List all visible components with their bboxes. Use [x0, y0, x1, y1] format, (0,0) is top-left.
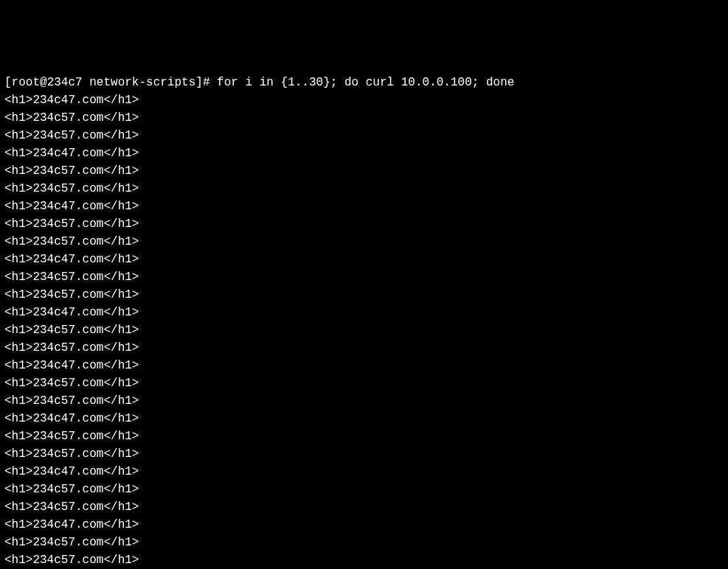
output-line: <h1>234c57.com</h1> [4, 498, 724, 516]
output-line: <h1>234c57.com</h1> [4, 162, 724, 180]
command-prompt-line: [root@234c7 network-scripts]# for i in {… [4, 74, 724, 91]
output-line: <h1>234c57.com</h1> [4, 286, 724, 304]
output-line: <h1>234c57.com</h1> [4, 321, 724, 339]
output-line: <h1>234c57.com</h1> [4, 427, 724, 445]
output-line: <h1>234c57.com</h1> [4, 392, 724, 410]
prompt-cwd: network-scripts [89, 76, 195, 89]
output-line: <h1>234c47.com</h1> [4, 144, 724, 162]
prompt-space [83, 76, 90, 89]
terminal-window[interactable]: [root@234c7 network-scripts]# for i in {… [4, 74, 724, 569]
output-line: <h1>234c57.com</h1> [4, 534, 724, 551]
output-line: <h1>234c57.com</h1> [4, 127, 724, 144]
output-line: <h1>234c57.com</h1> [4, 180, 724, 198]
prompt-space2 [210, 76, 218, 89]
output-line: <h1>234c47.com</h1> [4, 463, 724, 481]
output-line: <h1>234c57.com</h1> [4, 109, 724, 127]
output-line: <h1>234c57.com</h1> [4, 551, 724, 569]
output-line: <h1>234c57.com</h1> [4, 233, 724, 251]
output-line: <h1>234c57.com</h1> [4, 445, 724, 463]
output-line: <h1>234c47.com</h1> [4, 357, 724, 374]
output-line: <h1>234c47.com</h1> [4, 304, 724, 321]
command-text: for i in {1..30}; do curl 10.0.0.100; do… [217, 76, 514, 89]
output-line: <h1>234c47.com</h1> [4, 410, 724, 427]
output-line: <h1>234c57.com</h1> [4, 268, 724, 286]
prompt-symbol: # [203, 76, 210, 89]
prompt-host: 234c7 [47, 76, 83, 89]
prompt-open-bracket: [ [4, 76, 12, 89]
prompt-user: root [12, 76, 40, 89]
prompt-close-bracket: ] [195, 76, 203, 89]
output-line: <h1>234c47.com</h1> [4, 198, 724, 215]
prompt-at: @ [40, 76, 47, 89]
output-line: <h1>234c47.com</h1> [4, 251, 724, 268]
output-line: <h1>234c57.com</h1> [4, 481, 724, 498]
output-line: <h1>234c47.com</h1> [4, 91, 724, 109]
output-line: <h1>234c57.com</h1> [4, 374, 724, 392]
output-line: <h1>234c57.com</h1> [4, 215, 724, 233]
output-line: <h1>234c47.com</h1> [4, 516, 724, 534]
output-line: <h1>234c57.com</h1> [4, 339, 724, 357]
